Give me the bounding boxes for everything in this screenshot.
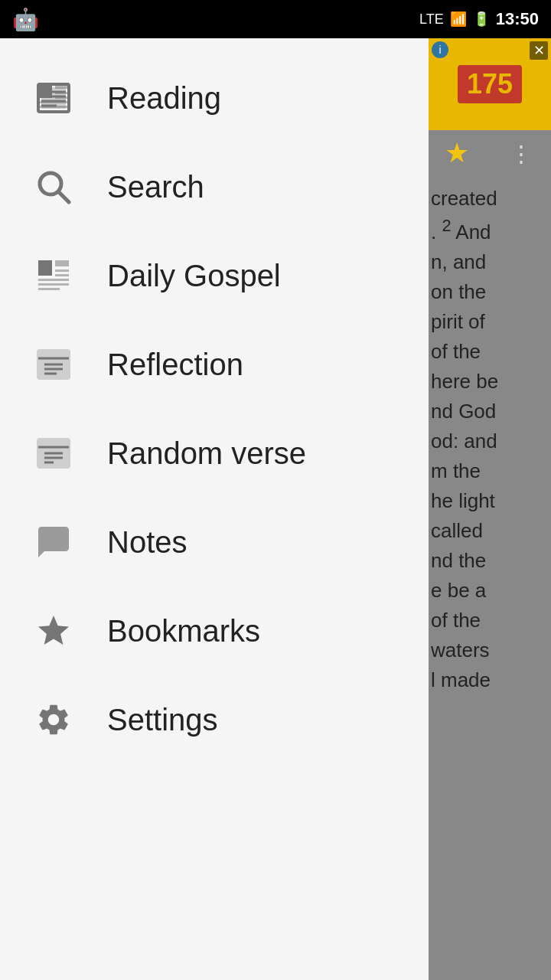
- battery-icon: 🔋: [473, 11, 490, 28]
- svg-rect-18: [55, 274, 69, 276]
- reflection-label: Reflection: [107, 348, 243, 382]
- nav-item-reflection[interactable]: Reflection: [0, 320, 429, 409]
- notes-icon: [31, 519, 77, 565]
- daily-gospel-label: Daily Gospel: [107, 259, 281, 293]
- reading-icon: [31, 75, 77, 121]
- nav-item-notes[interactable]: Notes: [0, 498, 429, 586]
- bookmark-star-icon[interactable]: ★: [445, 137, 469, 169]
- svg-line-14: [59, 192, 69, 202]
- svg-rect-8: [55, 92, 69, 94]
- notes-label: Notes: [107, 525, 187, 560]
- status-bar: 🤖 LTE 📶 🔋 13:50: [0, 0, 551, 38]
- svg-rect-15: [38, 260, 52, 276]
- ad-info-icon[interactable]: i: [432, 41, 448, 58]
- svg-rect-6: [38, 83, 52, 98]
- svg-rect-19: [38, 279, 69, 281]
- settings-label: Settings: [107, 703, 218, 737]
- bible-text: created. 2 Andn, andon thepirit ofof the…: [431, 184, 545, 695]
- svg-rect-21: [38, 288, 60, 290]
- nav-item-bookmarks[interactable]: Bookmarks: [0, 586, 429, 675]
- signal-icon: 📶: [450, 11, 467, 28]
- svg-rect-10: [38, 101, 69, 103]
- reading-label: Reading: [107, 81, 221, 116]
- search-icon: [31, 164, 77, 210]
- svg-rect-12: [38, 110, 60, 113]
- svg-rect-9: [55, 96, 69, 99]
- nav-item-reading[interactable]: Reading: [0, 54, 429, 142]
- random-verse-label: Random verse: [107, 436, 306, 471]
- bookmarks-label: Bookmarks: [107, 614, 260, 648]
- top-action-bar: ★ ⋮: [425, 130, 551, 176]
- ad-close-button[interactable]: ✕: [530, 41, 548, 60]
- navigation-drawer: Reading Search Daily Gospel: [0, 38, 429, 980]
- nav-item-search[interactable]: Search: [0, 142, 429, 231]
- clock: 13:50: [496, 9, 539, 29]
- nav-item-daily-gospel[interactable]: Daily Gospel: [0, 231, 429, 320]
- nav-item-random-verse[interactable]: Random verse: [0, 409, 429, 498]
- ad-number: 175: [458, 65, 522, 103]
- svg-rect-11: [38, 106, 69, 108]
- lte-icon: LTE: [419, 11, 444, 28]
- svg-rect-16: [55, 260, 69, 266]
- daily-gospel-icon: [31, 253, 77, 299]
- more-options-icon[interactable]: ⋮: [510, 140, 531, 167]
- settings-icon: [31, 697, 77, 743]
- random-verse-icon: [31, 430, 77, 476]
- bookmarks-icon: [31, 608, 77, 654]
- ad-banner[interactable]: i ✕ 175: [429, 38, 551, 130]
- svg-rect-20: [38, 283, 69, 286]
- search-label: Search: [107, 170, 204, 204]
- reflection-icon: [31, 341, 77, 387]
- svg-rect-7: [55, 83, 69, 89]
- bible-text-area: created. 2 Andn, andon thepirit ofof the…: [425, 176, 551, 980]
- svg-rect-17: [55, 270, 69, 272]
- nav-item-settings[interactable]: Settings: [0, 675, 429, 764]
